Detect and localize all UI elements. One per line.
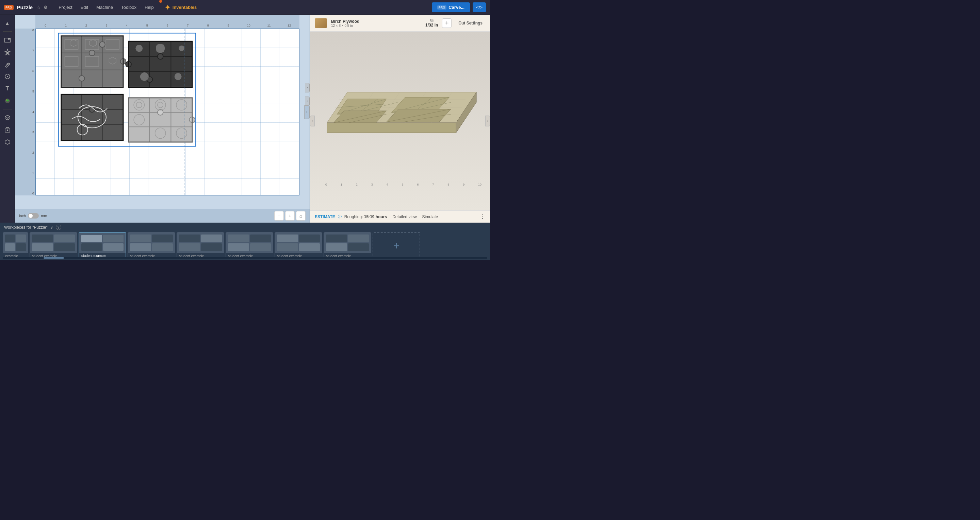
mini-cell (179, 243, 200, 251)
workpiece-item-4[interactable]: student example (127, 232, 175, 257)
puzzle-svg (36, 29, 299, 195)
settings-icon[interactable]: ⚙ (43, 5, 48, 10)
mini-cell (152, 235, 173, 243)
inventables-logo[interactable]: ✦ Inventables (165, 3, 197, 11)
svg-text:9: 9 (463, 183, 465, 186)
workpieces-header: Workpieces for "Puzzle" ∨ ? (0, 223, 490, 232)
mini-cell (201, 235, 222, 243)
canvas-right-arrow-2[interactable]: ‹ (305, 97, 310, 106)
carve-button[interactable]: PRO Carve... (432, 2, 470, 12)
toolbar-collapse[interactable]: ▲ (2, 17, 13, 29)
toolbar-image-icon[interactable] (2, 95, 13, 106)
workpiece-item-7[interactable]: student example (275, 232, 322, 257)
mini-cell (250, 235, 271, 243)
workpieces-title: Workpieces for "Puzzle" (4, 225, 48, 230)
toolbar-star-icon[interactable] (2, 46, 13, 57)
workpieces-list: example student example (0, 232, 490, 257)
svg-point-35 (135, 45, 143, 52)
workpiece-thumbnail-1 (3, 233, 28, 253)
workpieces-bar: Workpieces for "Puzzle" ∨ ? example (0, 223, 490, 260)
ruler-left: 8 7 6 5 4 3 2 1 0 (15, 29, 35, 195)
unit-inch[interactable]: inch (19, 214, 26, 218)
svg-text:5: 5 (401, 183, 403, 186)
nav-edit[interactable]: Edit (76, 0, 92, 15)
nav-project[interactable]: Project (54, 0, 76, 15)
toolbar-rect-icon[interactable] (2, 34, 13, 45)
workpieces-help-icon[interactable]: ? (56, 225, 61, 230)
workpiece-label-7: student example (275, 253, 322, 257)
left-toolbar: ▲ T (0, 15, 15, 223)
topnav: PRO Puzzle ☆ ⚙ Project Edit Machine Tool… (0, 0, 490, 15)
simulate-button[interactable]: Simulate (422, 214, 438, 219)
toolbar-text-icon[interactable]: T (2, 83, 13, 94)
preview-footer: ESTIMATE ⓘ Roughing: 15-19 hours Detaile… (310, 210, 490, 223)
workpiece-item-2[interactable]: student example (30, 232, 77, 257)
toolbar-cube-icon[interactable] (2, 136, 13, 147)
bit-label: Bit (425, 19, 438, 23)
workpiece-label-5: student example (177, 253, 224, 257)
toolbar-3d-icon[interactable] (2, 112, 13, 123)
mini-cell (103, 243, 124, 251)
estimate-label[interactable]: ESTIMATE (315, 214, 335, 219)
canvas-right-arrow-1[interactable]: › (305, 83, 310, 92)
home-button[interactable]: ⌂ (296, 211, 305, 220)
workpiece-item-6[interactable]: student example (226, 232, 273, 257)
mini-cell (299, 235, 320, 243)
mini-cell (277, 243, 298, 251)
mini-cell (54, 235, 75, 243)
zoom-out-button[interactable]: − (274, 211, 284, 220)
workpiece-item-5[interactable]: student example (177, 232, 224, 257)
workpiece-item-8[interactable]: student example (324, 232, 371, 257)
mini-cell (130, 243, 151, 251)
toolbar-circle-icon[interactable] (2, 71, 13, 82)
nav-help[interactable]: Help (140, 0, 158, 15)
workpiece-thumbnail-8 (324, 233, 371, 253)
unit-toggle: inch mm (19, 213, 47, 219)
bit-info: Bit 1/32 in (425, 19, 438, 27)
svg-point-21 (99, 41, 105, 47)
estimate-info-icon[interactable]: ⓘ (338, 214, 342, 219)
mini-cell (5, 243, 15, 251)
unit-switch[interactable] (28, 213, 39, 219)
mini-cell (299, 243, 320, 251)
workpieces-scrollbar[interactable] (3, 257, 487, 258)
workpiece-item-3[interactable]: student example (79, 232, 126, 257)
more-options-button[interactable]: ⋮ (480, 214, 485, 220)
preview-collapse-left[interactable]: ‹ (310, 116, 315, 127)
svg-point-38 (175, 73, 182, 80)
main-area: ▲ T (0, 15, 490, 223)
mini-cell (326, 235, 347, 243)
nav-toolbox[interactable]: Toolbox (117, 0, 140, 15)
preview-collapse-right[interactable]: › (485, 116, 490, 127)
workpieces-chevron[interactable]: ∨ (50, 225, 53, 230)
cut-settings-button[interactable]: Cut Settings (456, 19, 485, 27)
code-button[interactable]: </> (473, 2, 486, 12)
add-workpiece-button[interactable]: + (372, 232, 420, 257)
mini-cell (5, 235, 15, 243)
unit-mm[interactable]: mm (41, 214, 47, 218)
app-title: Puzzle (17, 5, 33, 10)
notification-dot (159, 0, 162, 3)
canvas-container[interactable]: 0 1 2 3 4 5 6 7 8 9 10 11 12 8 7 (15, 15, 310, 209)
svg-point-1 (8, 38, 10, 40)
workpiece-item-1[interactable]: example (3, 232, 28, 257)
toolbar-import-icon[interactable] (2, 124, 13, 135)
material-info: Birch Plywood 12 × 8 × 0.5 in (331, 19, 421, 27)
preview-header: Birch Plywood 12 × 8 × 0.5 in Bit 1/32 i… (310, 15, 490, 32)
zoom-in-button[interactable]: + (285, 211, 295, 220)
toolbar-pen-icon[interactable] (2, 59, 13, 70)
svg-text:7: 7 (432, 183, 434, 186)
svg-point-20 (79, 75, 85, 81)
star-icon[interactable]: ☆ (37, 5, 41, 10)
svg-text:4: 4 (387, 183, 388, 186)
mini-cell (326, 243, 347, 251)
mini-cell (348, 235, 369, 243)
toolbar-divider-1 (3, 31, 12, 32)
detailed-view-button[interactable]: Detailed view (392, 214, 417, 219)
mini-cell (348, 243, 369, 251)
preview-3d-view[interactable]: 0 1 2 3 4 5 6 7 8 9 10 2 ‹ › (310, 32, 490, 210)
canvas-collapse-right[interactable]: › (304, 105, 310, 119)
add-bit-button[interactable]: + (442, 18, 452, 28)
work-canvas[interactable] (35, 29, 299, 195)
nav-machine[interactable]: Machine (92, 0, 117, 15)
